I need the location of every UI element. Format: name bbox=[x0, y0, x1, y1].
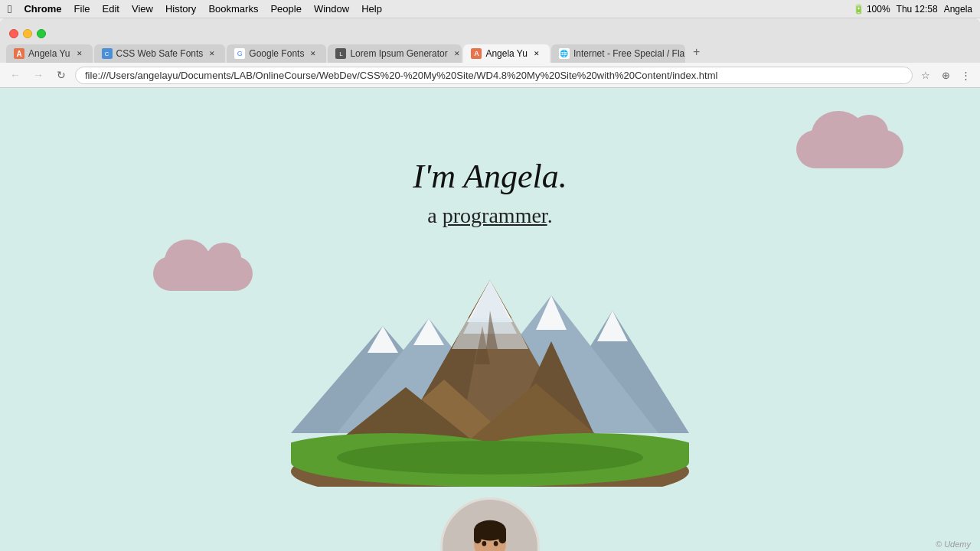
tab-favicon-internet: 🌐 bbox=[559, 48, 570, 59]
tab-label-google: Google Fonts bbox=[249, 48, 304, 59]
minimize-button[interactable] bbox=[23, 29, 32, 38]
avatar-container bbox=[440, 497, 540, 551]
tab-css-web-safe[interactable]: C CSS Web Safe Fonts ✕ bbox=[94, 44, 226, 63]
tab-close-angela2[interactable]: ✕ bbox=[531, 48, 542, 59]
cloud-left bbox=[153, 256, 253, 291]
tab-internet-free[interactable]: 🌐 Internet - Free Special / Fla... ✕ bbox=[551, 44, 685, 63]
address-input[interactable]: file:///Users/angelayu/Documents/LAB/Onl… bbox=[75, 67, 913, 84]
maximize-button[interactable] bbox=[37, 29, 46, 38]
tab-label-css: CSS Web Safe Fonts bbox=[116, 48, 204, 59]
tab-favicon-angela: A bbox=[14, 48, 24, 59]
svg-point-33 bbox=[494, 541, 498, 546]
tabs-row: A Angela Yu ✕ C CSS Web Safe Fonts ✕ G G… bbox=[0, 41, 980, 63]
svg-point-24 bbox=[337, 441, 643, 474]
menu-help[interactable]: Help bbox=[361, 3, 382, 15]
svg-point-32 bbox=[482, 541, 487, 546]
mountain-illustration bbox=[291, 249, 689, 490]
heading-sub: a programmer. bbox=[299, 204, 681, 228]
menu-people[interactable]: People bbox=[270, 3, 301, 15]
battery-icon: 🔋 100% bbox=[853, 4, 890, 15]
app-name[interactable]: Chrome bbox=[24, 3, 61, 15]
address-bar-row: ← → ↻ file:///Users/angelayu/Documents/L… bbox=[0, 63, 980, 88]
time-display: Thu 12:58 bbox=[897, 4, 938, 15]
tab-favicon-google: G bbox=[234, 48, 245, 59]
back-button[interactable]: ← bbox=[6, 66, 24, 84]
tab-close-google[interactable]: ✕ bbox=[308, 48, 318, 59]
menu-edit[interactable]: Edit bbox=[103, 3, 119, 15]
menu-window[interactable]: Window bbox=[314, 3, 349, 15]
tab-label-internet: Internet - Free Special / Fla... bbox=[573, 48, 685, 59]
menu-bar-right: 🔋 100% Thu 12:58 Angela bbox=[853, 4, 972, 15]
forward-button[interactable]: → bbox=[29, 66, 47, 84]
tab-label-angela2: Angela Yu bbox=[485, 48, 528, 59]
heading-container: I'm Angela. a programmer. bbox=[299, 157, 681, 228]
new-tab-button[interactable]: + bbox=[687, 41, 706, 63]
avatar-circle bbox=[440, 497, 540, 551]
extension-icon[interactable]: ⊕ bbox=[937, 67, 954, 83]
tab-angela-yu-1[interactable]: A Angela Yu ✕ bbox=[6, 44, 93, 63]
tab-lorem-ipsum[interactable]: L Lorem Ipsum Generator ✕ bbox=[328, 44, 462, 63]
svg-rect-31 bbox=[498, 529, 506, 543]
bookmark-icon[interactable]: ☆ bbox=[917, 67, 934, 83]
apple-menu[interactable]:  bbox=[8, 2, 11, 15]
reload-button[interactable]: ↻ bbox=[52, 66, 70, 84]
tab-close-angela[interactable]: ✕ bbox=[74, 48, 85, 59]
tab-close-css[interactable]: ✕ bbox=[207, 48, 217, 59]
menu-history[interactable]: History bbox=[165, 3, 196, 15]
menu-dots-icon[interactable]: ⋮ bbox=[957, 67, 974, 83]
webpage-content: I'm Angela. a programmer. bbox=[0, 88, 980, 551]
user-name: Angela bbox=[944, 4, 972, 15]
menu-bookmarks[interactable]: Bookmarks bbox=[208, 3, 258, 15]
tab-close-lorem[interactable]: ✕ bbox=[452, 48, 462, 59]
heading-name: I'm Angela. bbox=[299, 157, 681, 196]
browser-header: A Angela Yu ✕ C CSS Web Safe Fonts ✕ G G… bbox=[0, 18, 980, 63]
tab-angela-yu-2[interactable]: A Angela Yu ✕ bbox=[463, 44, 550, 63]
tab-favicon-css: C bbox=[102, 48, 113, 59]
menu-view[interactable]: View bbox=[132, 3, 153, 15]
tab-label-lorem: Lorem Ipsum Generator bbox=[350, 48, 447, 59]
tab-favicon-angela2: A bbox=[471, 48, 482, 59]
close-button[interactable] bbox=[9, 29, 18, 38]
browser-chrome: A Angela Yu ✕ C CSS Web Safe Fonts ✕ G G… bbox=[0, 18, 980, 551]
tab-google-fonts[interactable]: G Google Fonts ✕ bbox=[227, 44, 326, 63]
tab-favicon-lorem: L bbox=[335, 48, 346, 59]
menu-file[interactable]: File bbox=[74, 3, 90, 15]
tab-label-angela: Angela Yu bbox=[28, 48, 70, 59]
menu-bar:  Chrome File Edit View History Bookmark… bbox=[0, 0, 980, 18]
svg-rect-30 bbox=[474, 529, 482, 543]
address-bar-icons: ☆ ⊕ ⋮ bbox=[917, 67, 974, 83]
cloud-right bbox=[796, 130, 903, 168]
udemy-watermark: © Udemy bbox=[936, 540, 971, 549]
svg-marker-6 bbox=[597, 311, 628, 341]
traffic-lights bbox=[0, 24, 980, 41]
